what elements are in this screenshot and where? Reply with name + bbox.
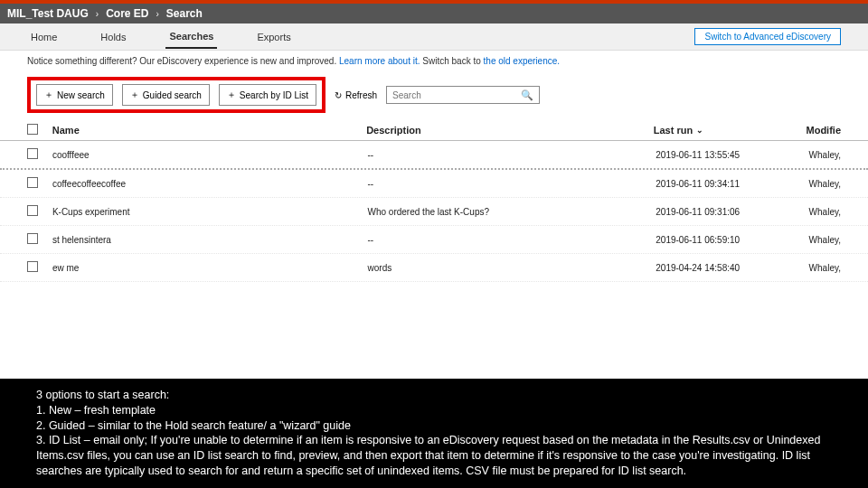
col-name[interactable]: Name bbox=[52, 125, 366, 136]
cell-name: st helensintera bbox=[52, 235, 368, 245]
notice-bar: Notice something different? Our eDiscove… bbox=[0, 51, 868, 71]
cell-name: coofffeee bbox=[52, 150, 368, 160]
chevron-right-icon: › bbox=[96, 9, 99, 19]
chevron-down-icon: ⌄ bbox=[696, 126, 703, 135]
plus-icon: ＋ bbox=[227, 89, 236, 101]
caption-line: 3. ID List – email only; If you're unabl… bbox=[36, 433, 832, 479]
notice-mid: Switch back to bbox=[422, 56, 483, 66]
cell-name: coffeecoffeecoffee bbox=[52, 179, 368, 189]
refresh-icon: ↻ bbox=[335, 90, 342, 100]
caption-overlay: 3 options to start a search: 1. New – fr… bbox=[0, 379, 868, 488]
tab-exports[interactable]: Exports bbox=[253, 26, 294, 48]
breadcrumb-b[interactable]: Core ED bbox=[106, 7, 148, 20]
row-checkbox[interactable] bbox=[27, 261, 38, 272]
caption-line: 1. New – fresh template bbox=[36, 403, 832, 418]
col-description[interactable]: Description bbox=[366, 125, 654, 136]
guided-search-button[interactable]: ＋ Guided search bbox=[122, 84, 210, 106]
refresh-button[interactable]: ↻ Refresh bbox=[335, 90, 377, 100]
caption-line: 3 options to start a search: bbox=[36, 388, 832, 403]
select-all-checkbox[interactable] bbox=[27, 124, 38, 135]
table-body: coofffeee--2019-06-11 13:55:45Whaley,cof… bbox=[0, 141, 868, 282]
search-input[interactable] bbox=[392, 90, 521, 100]
cell-last: 2019-06-11 13:55:45 bbox=[656, 150, 808, 160]
plus-icon: ＋ bbox=[130, 89, 139, 101]
cell-last: 2019-06-11 09:34:11 bbox=[656, 179, 808, 189]
search-box[interactable]: 🔍 bbox=[386, 86, 540, 104]
notice-text: Notice something different? Our eDiscove… bbox=[27, 56, 339, 66]
cell-desc: -- bbox=[368, 179, 656, 189]
cell-name: K-Cups experiment bbox=[52, 207, 368, 217]
breadcrumb: MIL_Test DAUG › Core ED › Search bbox=[0, 4, 868, 23]
chevron-right-icon: › bbox=[156, 9, 158, 19]
tab-holds[interactable]: Holds bbox=[97, 26, 129, 48]
cell-last: 2019-04-24 14:58:40 bbox=[656, 263, 808, 273]
new-search-label: New search bbox=[57, 90, 105, 100]
caption-line: 2. Guided – similar to the Hold search f… bbox=[36, 418, 832, 434]
tab-bar: Home Holds Searches Exports Switch to Ad… bbox=[0, 23, 868, 51]
table-row[interactable]: st helensintera--2019-06-11 06:59:10Whal… bbox=[0, 226, 868, 254]
refresh-label: Refresh bbox=[345, 90, 377, 100]
toolbar: ＋ New search ＋ Guided search ＋ Search by… bbox=[0, 71, 868, 118]
old-experience-link[interactable]: the old experience. bbox=[484, 56, 561, 66]
row-checkbox[interactable] bbox=[27, 148, 38, 159]
switch-advanced-button[interactable]: Switch to Advanced eDiscovery bbox=[694, 28, 841, 45]
id-list-label: Search by ID List bbox=[240, 90, 308, 100]
search-icon[interactable]: 🔍 bbox=[521, 89, 533, 101]
table-row[interactable]: ew mewords2019-04-24 14:58:40Whaley, bbox=[0, 254, 868, 282]
learn-more-link[interactable]: Learn more about it. bbox=[339, 56, 420, 66]
table-row[interactable]: K-Cups experimentWho ordered the last K-… bbox=[0, 198, 868, 226]
row-checkbox[interactable] bbox=[27, 233, 38, 244]
cell-desc: -- bbox=[368, 150, 656, 160]
guided-search-label: Guided search bbox=[143, 90, 202, 100]
breadcrumb-a[interactable]: MIL_Test DAUG bbox=[7, 7, 89, 20]
cell-desc: words bbox=[368, 263, 656, 273]
cell-mod: Whaley, bbox=[809, 150, 841, 160]
cell-mod: Whaley, bbox=[809, 179, 841, 189]
row-checkbox[interactable] bbox=[27, 177, 38, 188]
table-row[interactable]: coffeecoffeecoffee--2019-06-11 09:34:11W… bbox=[0, 170, 868, 198]
table-header: Name Description Last run ⌄ Modifie bbox=[0, 118, 868, 141]
col-modified[interactable]: Modifie bbox=[807, 125, 842, 136]
cell-mod: Whaley, bbox=[809, 263, 841, 273]
cell-name: ew me bbox=[52, 263, 368, 273]
plus-icon: ＋ bbox=[44, 89, 53, 101]
cell-last: 2019-06-11 06:59:10 bbox=[656, 235, 808, 245]
highlight-box: ＋ New search ＋ Guided search ＋ Search by… bbox=[27, 77, 326, 113]
breadcrumb-c: Search bbox=[166, 7, 203, 20]
cell-mod: Whaley, bbox=[809, 207, 841, 217]
cell-desc: Who ordered the last K-Cups? bbox=[368, 207, 656, 217]
cell-desc: -- bbox=[368, 235, 656, 245]
search-by-id-button[interactable]: ＋ Search by ID List bbox=[219, 84, 316, 106]
tab-home[interactable]: Home bbox=[27, 26, 61, 48]
cell-mod: Whaley, bbox=[809, 235, 841, 245]
new-search-button[interactable]: ＋ New search bbox=[36, 84, 113, 106]
table-row[interactable]: coofffeee--2019-06-11 13:55:45Whaley, bbox=[0, 141, 868, 170]
tab-searches[interactable]: Searches bbox=[165, 25, 217, 49]
col-last-run[interactable]: Last run ⌄ bbox=[654, 125, 807, 136]
row-checkbox[interactable] bbox=[27, 205, 38, 216]
cell-last: 2019-06-11 09:31:06 bbox=[656, 207, 808, 217]
